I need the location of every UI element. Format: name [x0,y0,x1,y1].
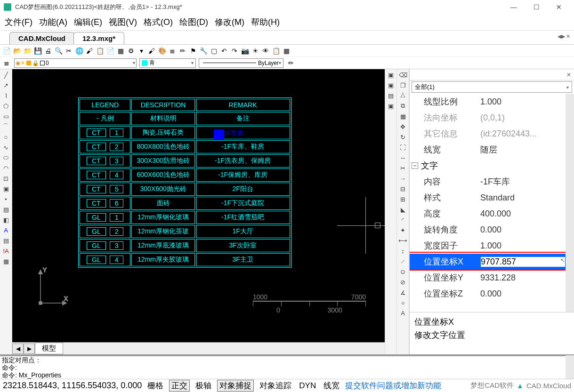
menu-draw[interactable]: 绘图(D) [179,16,208,28]
flag-icon[interactable]: ⚑ [188,46,198,56]
select-icon[interactable]: ▦ [116,46,125,56]
tab-cloud[interactable]: CAD.MxCloud [9,32,74,44]
props-filter-dropdown[interactable]: 全部(1) ▾ [412,81,572,93]
array-icon[interactable]: ▦ [398,112,408,121]
stretch-icon[interactable]: ↔ [398,153,408,162]
dim4-icon[interactable]: ⊙ [398,267,408,276]
command-window[interactable]: 指定对用点： 命令: 命令: Mx_Properties [0,355,566,379]
layer-dropdown[interactable]: ◉☀🔒 0 ▾ [14,58,137,68]
panel-close-icon[interactable]: ✕ [566,72,571,78]
doc-icon[interactable]: 📋 [271,46,281,56]
prop-row[interactable]: 线型比例1.000 [410,94,566,110]
copy-tool-icon[interactable]: ▣ [386,70,396,80]
sb-osnap[interactable]: 对象捕捉 [217,380,254,392]
menu-file[interactable]: 文件(F) [5,16,32,28]
print-icon[interactable]: 🖨 [43,46,53,56]
linetype-dropdown[interactable]: ByLayer ▾ [199,58,283,68]
prop-row[interactable]: 高度400.000 [410,206,566,222]
close-button[interactable]: ✕ [552,2,566,12]
explode-icon[interactable]: ✦ [398,225,408,235]
misc-draw-icon[interactable]: ▦ [1,256,11,266]
move-icon[interactable]: ✥ [398,122,408,131]
scale-icon[interactable]: ⛶ [398,143,408,152]
arc-icon[interactable]: ⌒ [1,122,11,131]
fillet-icon[interactable]: ◜ [398,215,408,224]
folder-icon[interactable]: 📁 [23,46,32,56]
prop-row[interactable]: 宽度因子1.000 [410,238,566,254]
dim5-icon[interactable]: ⊘ [398,277,408,287]
cmd-scrollbar[interactable] [566,355,574,379]
offset-icon[interactable]: ⧉ [398,101,408,111]
more-icon[interactable]: ▾ [137,46,146,56]
sb-lweight[interactable]: 线宽 [322,380,341,391]
chamfer-icon[interactable]: ◣ [398,205,408,214]
trim-icon[interactable]: ✂ [398,163,408,173]
text-icon[interactable]: A [1,225,11,235]
mtext-icon[interactable]: ▤ [1,236,11,245]
sb-ortho[interactable]: 正交 [169,380,190,392]
align-icon[interactable]: ▤ [386,91,396,100]
paste-tool-icon[interactable]: ▣ [386,80,396,90]
tab-close-icon[interactable]: ✕ [566,33,570,40]
polygon-icon[interactable]: ⬠ [1,101,11,111]
props-section-text[interactable]: −文字 [410,158,566,174]
save-icon[interactable]: 💾 [33,46,42,56]
layout-next-icon[interactable]: ▶ [24,344,35,354]
props-scrollbar[interactable] [566,94,574,312]
block-icon[interactable]: ▣ [1,184,11,193]
prop-row[interactable]: 位置坐标Y9331.228 [410,270,566,286]
sb-dyn[interactable]: DYN [297,381,318,391]
tool-icon[interactable]: 🔧 [199,46,208,56]
tab-current-file[interactable]: 12.3.mxg* [73,32,124,44]
minimize-button[interactable]: — [507,2,520,12]
dim1-icon[interactable]: ⟷ [398,236,408,245]
sb-otrack[interactable]: 对象追踪 [258,380,293,391]
polyline-icon[interactable]: ⌇ [1,91,11,100]
xline-icon[interactable]: ↗ [1,80,11,90]
new-icon[interactable]: 📄 [2,46,11,56]
prop-row[interactable]: 样式Standard [410,190,566,206]
tab-nav-left-icon[interactable]: ◀▶ [558,33,565,40]
sb-grid[interactable]: 栅格 [146,380,165,391]
mirror-icon[interactable]: ⧊ [398,91,408,100]
model-tab[interactable]: 模型 [35,343,63,354]
menu-function[interactable]: 功能(A) [39,16,67,28]
selected-text-entity[interactable]: 1F车库 [223,129,244,138]
menu-format[interactable]: 格式(O) [144,16,173,28]
circle-icon[interactable]: ○ [1,132,11,142]
rect-icon[interactable]: ▭ [1,112,11,121]
menu-modify[interactable]: 修改(M) [215,16,244,28]
copy-icon[interactable]: 📋 [95,46,105,56]
redo-icon[interactable]: ↷ [230,46,239,56]
palette-icon[interactable]: 🎨 [157,46,167,56]
extend-icon[interactable]: → [398,174,408,183]
layout-prev-icon[interactable]: ◀ [12,344,24,354]
misc-icon[interactable]: ▦ [282,46,291,56]
dim3-icon[interactable]: ⟋ [398,256,408,266]
menu-view[interactable]: 视图(V) [109,16,137,28]
prop-row[interactable]: 法向坐标(0,0,1) [410,110,566,126]
layers-icon[interactable]: ≣ [168,46,177,56]
paste-icon[interactable]: 📄 [105,46,115,56]
join-icon[interactable]: ⊞ [398,194,408,204]
prop-row[interactable]: 内容-1F车库 [410,174,566,190]
page-icon[interactable]: ▢ [209,46,218,56]
zoom-icon[interactable]: 🔍 [54,46,63,56]
camera-icon[interactable]: 📷 [240,46,250,56]
menu-edit[interactable]: 编辑(E) [74,16,102,28]
ellipse-icon[interactable]: ⬭ [1,153,11,162]
ellipse-arc-icon[interactable]: ◠ [1,163,11,173]
insert-icon[interactable]: ⊡ [1,174,11,183]
text2-icon[interactable]: !A [1,246,11,256]
menu-help[interactable]: 帮助(H) [251,16,280,28]
dim6-icon[interactable]: ∡ [398,288,408,297]
dim2-icon[interactable]: ↕ [398,246,408,256]
undo-icon[interactable]: ↶ [219,46,229,56]
prop-row[interactable]: 其它信息(id:27602443... [410,126,566,142]
sb-feedback-link[interactable]: 提交软件问题或增加新功能 [345,380,441,391]
pen-icon[interactable]: ✏ [178,46,187,56]
selection-grip[interactable] [214,129,224,140]
erase-icon[interactable]: ⌫ [398,70,408,80]
brush-icon[interactable]: 🖌 [147,46,156,56]
prop-row[interactable]: 线宽随层 [410,142,566,158]
